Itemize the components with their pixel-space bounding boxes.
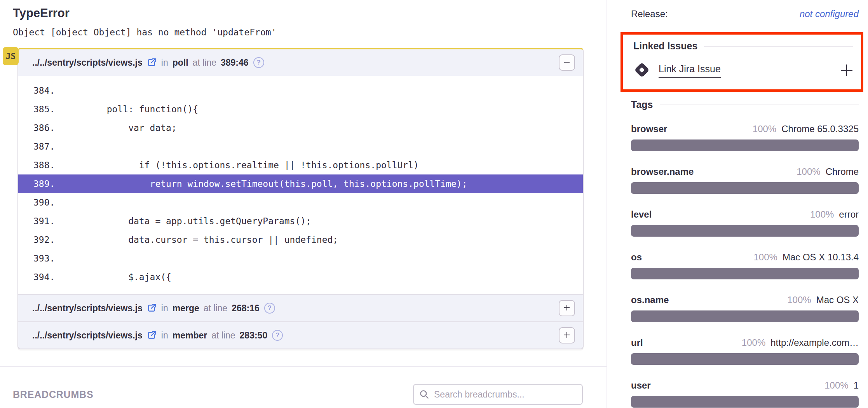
expand-frame-button[interactable]	[559, 327, 575, 343]
frame-line-number: 268:16	[232, 303, 260, 314]
tag-distribution-bar	[631, 182, 859, 194]
tag-key: os	[631, 252, 642, 263]
frame-function: poll	[173, 58, 188, 68]
tags-header: Tags	[631, 99, 859, 110]
help-icon[interactable]: ?	[264, 303, 275, 314]
section-divider	[0, 366, 607, 367]
frame-in-label: in	[161, 58, 168, 68]
linked-issues-header: Linked Issues	[633, 40, 853, 52]
tag-row-os: os 100% Mac OS X 10.13.4	[631, 252, 859, 279]
tag-key: browser	[631, 124, 667, 134]
tag-value-link[interactable]: Mac OS X	[816, 295, 859, 305]
stacktrace: JS ../../sentry/scripts/views.js in poll…	[17, 48, 584, 349]
line-number: 391.	[33, 212, 64, 230]
tag-value-link[interactable]: http://example.com…	[770, 337, 859, 348]
main-column: TypeError Object [object Object] has no …	[0, 0, 607, 408]
tag-distribution-bar	[631, 310, 859, 322]
tag-value-link[interactable]: Chrome	[826, 166, 859, 177]
exception-message: Object [object Object] has no method 'up…	[13, 27, 607, 37]
line-code: if (!this.options.realtime || !this.opti…	[64, 156, 419, 174]
platform-js-badge: JS	[3, 47, 19, 65]
line-number: 392.	[33, 230, 64, 249]
frame-path: ../../sentry/scripts/views.js	[32, 303, 143, 314]
line-number: 389.	[33, 174, 64, 193]
code-line: 394. $.ajax({	[18, 268, 583, 286]
code-line: 393.	[18, 249, 583, 268]
line-code: data = app.utils.getQueryParams();	[64, 212, 311, 230]
tag-value-link[interactable]: Chrome 65.0.3325	[781, 124, 859, 134]
link-jira-issue-link[interactable]: Link Jira Issue	[659, 63, 721, 78]
tag-row-browser: browser 100% Chrome 65.0.3325	[631, 124, 859, 151]
stack-frame-header-member[interactable]: ../../sentry/scripts/views.js in member …	[18, 321, 583, 349]
line-number: 385.	[33, 100, 64, 119]
tag-percent: 100%	[754, 252, 777, 263]
tag-percent: 100%	[742, 337, 765, 348]
tag-row-user: user 100% 1	[631, 380, 859, 408]
code-line: 388. if (!this.options.realtime || !this…	[18, 156, 583, 174]
breadcrumbs-header: BREADCRUMBS	[13, 384, 607, 405]
tag-row-url: url 100% http://example.com…	[631, 337, 859, 365]
frame-path: ../../sentry/scripts/views.js	[32, 58, 143, 68]
tag-distribution-bar	[631, 396, 859, 408]
minus-icon	[563, 58, 571, 67]
help-icon[interactable]: ?	[253, 57, 264, 68]
release-label: Release:	[631, 9, 668, 19]
external-link-icon[interactable]	[146, 303, 157, 313]
search-breadcrumbs-input[interactable]	[413, 384, 583, 405]
breadcrumbs-title: BREADCRUMBS	[13, 389, 93, 400]
help-icon[interactable]: ?	[272, 330, 283, 341]
code-line: 386. var data;	[18, 119, 583, 137]
line-code: var data;	[64, 119, 177, 137]
tag-distribution-bar	[631, 139, 859, 151]
line-code: return window.setTimeout(this.poll, this…	[64, 174, 467, 193]
tag-row-level: level 100% error	[631, 209, 859, 237]
sidebar: Release: not configured Linked Issues Li…	[607, 0, 868, 408]
plus-icon	[840, 64, 853, 78]
collapse-frame-button[interactable]	[559, 54, 575, 71]
expand-frame-button[interactable]	[559, 300, 575, 316]
code-line: 387.	[18, 137, 583, 156]
line-number: 393.	[33, 249, 64, 268]
frame-line-number: 389:46	[221, 58, 249, 68]
code-line: 385. poll: function(){	[18, 100, 583, 119]
release-not-configured-link[interactable]: not configured	[800, 9, 859, 19]
tag-key: browser.name	[631, 166, 694, 177]
add-linked-issue-button[interactable]	[840, 64, 853, 78]
stack-frame-header-poll[interactable]: ../../sentry/scripts/views.js in poll at…	[18, 49, 583, 76]
stack-frame-header-merge[interactable]: ../../sentry/scripts/views.js in merge a…	[18, 294, 583, 321]
code-line: 391. data = app.utils.getQueryParams();	[18, 212, 583, 230]
stack-frame-list: ../../sentry/scripts/views.js in poll at…	[17, 48, 584, 349]
line-number: 388.	[33, 156, 64, 174]
tag-percent: 100%	[753, 124, 776, 134]
release-row: Release: not configured	[631, 9, 859, 19]
code-line: 392. data.cursor = this.cursor || undefi…	[18, 230, 583, 249]
tag-value-link[interactable]: error	[839, 209, 859, 220]
tags-title: Tags	[631, 99, 653, 110]
tag-row-browser-name: browser.name 100% Chrome	[631, 166, 859, 194]
external-link-icon[interactable]	[146, 58, 157, 68]
line-number: 390.	[33, 193, 64, 212]
tag-key: url	[631, 337, 643, 348]
breadcrumbs-search	[413, 384, 583, 405]
code-line: 390.	[18, 193, 583, 212]
tag-distribution-bar	[631, 225, 859, 237]
frame-function: member	[173, 330, 207, 341]
tag-percent: 100%	[810, 209, 834, 220]
tag-value-link[interactable]: Mac OS X 10.13.4	[783, 252, 859, 263]
plus-icon	[563, 304, 571, 313]
tag-distribution-bar	[631, 353, 859, 365]
tag-distribution-bar	[631, 268, 859, 279]
line-code: poll: function(){	[64, 100, 198, 119]
frame-in-label: in	[161, 303, 168, 314]
tag-key: os.name	[631, 295, 669, 305]
external-link-icon[interactable]	[146, 330, 157, 340]
tag-value-link[interactable]: 1	[854, 380, 859, 391]
code-line: 384.	[18, 81, 583, 100]
linked-issues-annotation-box: Linked Issues Link Jira Issue	[620, 32, 863, 92]
code-line-crash: 389. return window.setTimeout(this.poll,…	[18, 174, 583, 193]
frame-path: ../../sentry/scripts/views.js	[32, 330, 143, 341]
header-rule	[660, 105, 859, 105]
frame-atline-label: at line	[211, 330, 235, 341]
frame-in-label: in	[161, 330, 168, 341]
source-context: 384. 385. poll: function(){ 386. var dat…	[18, 76, 583, 294]
